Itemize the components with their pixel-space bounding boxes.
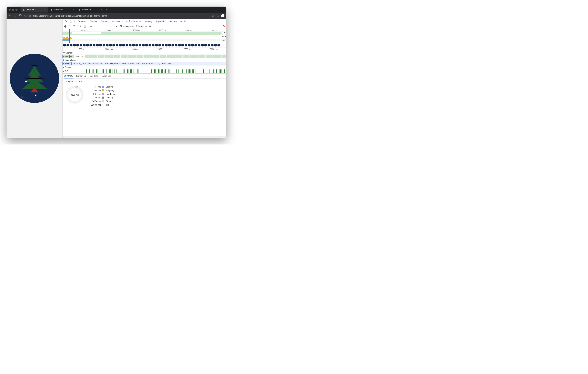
profile-select[interactable]: #9 bbox=[88, 25, 118, 28]
devtools-tab-console[interactable]: Console bbox=[88, 19, 99, 24]
screenshot-thumb[interactable] bbox=[142, 44, 145, 46]
close-tab-icon[interactable] bbox=[44, 9, 46, 11]
timeline-overview[interactable]: 500 ms1000 ms1500 ms2000 ms2500 ms3000 m… bbox=[63, 29, 226, 43]
screenshot-thumb[interactable] bbox=[122, 44, 125, 46]
subtab-call-tree[interactable]: Call Tree bbox=[90, 74, 98, 78]
screenshot-thumb[interactable] bbox=[80, 44, 82, 46]
screenshot-thumb[interactable] bbox=[185, 44, 187, 46]
browser-tab-1[interactable]: index.html bbox=[48, 7, 76, 12]
screenshot-thumb[interactable] bbox=[155, 44, 158, 46]
screenshot-thumb[interactable] bbox=[181, 44, 184, 46]
screenshot-thumb[interactable] bbox=[211, 44, 214, 46]
main-track[interactable]: Main — file:///Users/alyssanicoll/Deskto… bbox=[63, 62, 226, 65]
scrubber-handle[interactable] bbox=[69, 29, 70, 43]
screenshot-thumb[interactable] bbox=[132, 44, 135, 46]
browser-tab-2[interactable]: index.html bbox=[76, 7, 104, 12]
screenshot-thumb[interactable] bbox=[112, 44, 115, 46]
screenshot-thumb[interactable] bbox=[214, 44, 217, 46]
more-menu-icon[interactable] bbox=[216, 19, 220, 23]
download-icon[interactable] bbox=[84, 25, 86, 28]
url-display[interactable]: ⓘ File | file:///Users/alyssanicoll/Desk… bbox=[24, 14, 209, 17]
screenshot-thumb[interactable] bbox=[86, 44, 89, 46]
screenshot-thumb[interactable] bbox=[66, 44, 69, 46]
devtools-tab-application[interactable]: Application bbox=[154, 19, 168, 24]
screenshot-thumb[interactable] bbox=[106, 44, 109, 46]
back-icon[interactable] bbox=[9, 14, 11, 17]
expand-arrow-icon[interactable] bbox=[63, 56, 64, 57]
bookmark-star-icon[interactable] bbox=[212, 14, 215, 17]
screenshot-thumb[interactable] bbox=[119, 44, 122, 46]
inspect-element-icon[interactable] bbox=[64, 19, 68, 23]
screenshot-thumb[interactable] bbox=[201, 44, 204, 46]
raster-track[interactable]: Raster bbox=[63, 65, 226, 69]
devtools-tab-sources[interactable]: Sources bbox=[99, 19, 110, 24]
screenshot-thumb[interactable] bbox=[158, 44, 161, 46]
flame-chart[interactable]: 500 ms1000 ms1500 ms2000 ms2500 ms3000 m… bbox=[63, 47, 226, 74]
screenshot-thumb[interactable] bbox=[96, 44, 99, 46]
devtools-tab-memory[interactable]: Memory bbox=[143, 19, 154, 24]
window-traffic-lights[interactable] bbox=[9, 9, 18, 11]
screenshot-thumb[interactable] bbox=[109, 44, 112, 46]
screenshot-thumb[interactable] bbox=[175, 44, 178, 46]
subtab-event-log[interactable]: Event Log bbox=[102, 74, 111, 78]
reload-icon[interactable] bbox=[19, 14, 22, 17]
screenshot-strip[interactable] bbox=[63, 43, 226, 47]
screenshot-thumb[interactable] bbox=[129, 44, 132, 46]
screenshot-thumb[interactable] bbox=[188, 44, 191, 46]
clear-icon[interactable] bbox=[73, 25, 75, 28]
expand-arrow-icon[interactable] bbox=[63, 63, 64, 64]
gpu-track[interactable]: GPU bbox=[63, 69, 226, 73]
screenshot-thumb[interactable] bbox=[148, 44, 151, 46]
subtab-bottom-up[interactable]: Bottom-Up bbox=[76, 74, 86, 78]
screenshot-thumb[interactable] bbox=[70, 44, 73, 46]
screenshot-thumb[interactable] bbox=[165, 44, 168, 46]
expand-arrow-icon[interactable] bbox=[63, 52, 65, 53]
network-track[interactable]: Network bbox=[63, 51, 226, 55]
close-tab-icon[interactable] bbox=[100, 9, 102, 11]
minimize-window-icon[interactable] bbox=[12, 9, 14, 11]
screenshot-thumb[interactable] bbox=[73, 44, 76, 46]
screenshot-thumb[interactable] bbox=[99, 44, 102, 46]
close-tab-icon[interactable] bbox=[72, 9, 74, 11]
new-tab-button[interactable]: + bbox=[106, 8, 108, 11]
screenshot-thumb[interactable] bbox=[162, 44, 164, 46]
extensions-icon[interactable] bbox=[217, 14, 219, 17]
screenshot-thumb[interactable] bbox=[93, 44, 95, 46]
screenshot-thumb[interactable] bbox=[191, 44, 194, 46]
expand-arrow-icon[interactable] bbox=[63, 59, 64, 61]
reload-record-icon[interactable] bbox=[68, 25, 71, 28]
info-icon[interactable]: ⓘ bbox=[24, 14, 26, 17]
upload-icon[interactable] bbox=[79, 25, 82, 28]
memory-checkbox[interactable]: Memory bbox=[136, 25, 147, 28]
screenshot-thumb[interactable] bbox=[217, 44, 220, 46]
screenshot-thumb[interactable] bbox=[76, 44, 79, 46]
screenshot-thumb[interactable] bbox=[198, 44, 200, 46]
screenshot-thumb[interactable] bbox=[103, 44, 105, 46]
screenshot-thumb[interactable] bbox=[204, 44, 207, 46]
screenshots-checkbox[interactable]: Screenshots bbox=[120, 25, 134, 28]
close-devtools-icon[interactable] bbox=[221, 19, 225, 23]
devtools-tab-security[interactable]: Security bbox=[168, 19, 179, 24]
browser-tab-0[interactable]: index.html bbox=[21, 7, 48, 12]
devtools-tab-performance[interactable]: Performance bbox=[124, 19, 143, 24]
screenshot-thumb[interactable] bbox=[168, 44, 171, 46]
settings-gear-icon[interactable] bbox=[222, 25, 225, 28]
trash-icon[interactable] bbox=[149, 25, 151, 28]
screenshot-thumb[interactable] bbox=[89, 44, 92, 46]
expand-arrow-icon[interactable] bbox=[63, 70, 64, 72]
interactions-track[interactable]: Interactionson bbox=[63, 58, 226, 62]
devtools-tab-elements[interactable]: Elements bbox=[76, 19, 88, 24]
screenshot-thumb[interactable] bbox=[135, 44, 138, 46]
screenshot-thumb[interactable] bbox=[178, 44, 181, 46]
screenshot-thumb[interactable] bbox=[139, 44, 141, 46]
forward-icon[interactable] bbox=[14, 14, 17, 17]
screenshot-thumb[interactable] bbox=[145, 44, 148, 46]
frames-track[interactable]: Frames 583.2 ms bbox=[63, 55, 226, 58]
screenshot-thumb[interactable] bbox=[126, 44, 128, 46]
maximize-window-icon[interactable] bbox=[15, 9, 18, 11]
screenshot-thumb[interactable] bbox=[152, 44, 155, 46]
expand-arrow-icon[interactable] bbox=[63, 66, 64, 68]
device-toolbar-icon[interactable] bbox=[69, 19, 73, 23]
record-button-icon[interactable] bbox=[64, 25, 66, 28]
screenshot-thumb[interactable] bbox=[116, 44, 118, 46]
